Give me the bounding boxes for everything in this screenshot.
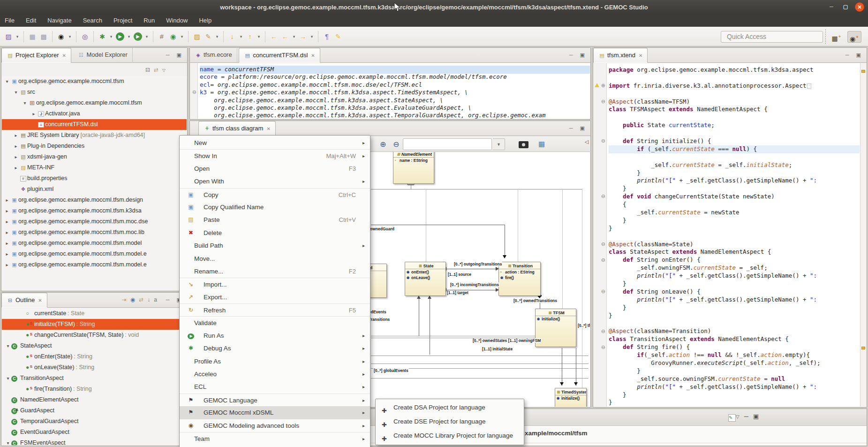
fold-collapse-icon[interactable]: ⊖ <box>601 258 605 263</box>
tree-item[interactable]: build.properties <box>2 173 187 184</box>
outline-item[interactable]: CAGuardAspect <box>2 405 187 416</box>
zoom-level-combo[interactable] <box>403 138 492 150</box>
outline-item[interactable]: currentState : State <box>2 308 187 319</box>
expander-icon[interactable]: ▾ <box>5 341 11 351</box>
tree-item[interactable]: ▾src <box>2 87 187 98</box>
menu-window[interactable]: Window <box>160 15 193 27</box>
expander-icon[interactable]: ▸ <box>4 216 10 227</box>
expander-icon[interactable]: ▾ <box>5 438 11 445</box>
maximize-icon[interactable]: ▣ <box>753 413 763 420</box>
tree-item[interactable]: ▸xdsml-java-gen <box>2 152 187 162</box>
export-image-icon[interactable] <box>519 141 528 148</box>
menu-item-run-as[interactable]: Run As▸ <box>180 329 370 342</box>
fold-collapse-icon[interactable]: ⊖ <box>601 329 605 334</box>
tree-item[interactable]: ▸Activator.java <box>2 108 187 119</box>
minimize-icon[interactable]: ─ <box>744 413 753 420</box>
class-node-timedsystem[interactable]: ▤TimedSystem◉initialize() <box>555 388 587 407</box>
sort-visibility-icon[interactable]: ◉ <box>130 296 139 303</box>
class-node-transition[interactable]: ▤Transition▪action : EString◉fire() <box>498 262 541 296</box>
sort-icon[interactable]: ⇄ <box>139 296 147 303</box>
combo-dropdown-icon[interactable]: ▼ <box>493 138 505 150</box>
outline-item[interactable]: SonEnter(State) : String <box>2 351 187 362</box>
expander-icon[interactable]: ▸ <box>4 238 10 249</box>
expander-icon[interactable]: ▸ <box>30 108 37 119</box>
minimize-button[interactable]: ─ <box>827 2 836 12</box>
editor-minmax-icons[interactable]: ─ ▣ <box>569 52 588 58</box>
tree-item[interactable]: ▸org.eclipse.gemoc.example.moccml.tfsm.m… <box>2 227 187 238</box>
tab-tfsm-class-diagram[interactable]: ⚘tfsm class diagram✕ <box>198 121 276 136</box>
menu-item-open-with[interactable]: Open With▸ <box>180 175 370 188</box>
new-wizard2-icon[interactable]: ✎ <box>203 31 213 42</box>
menu-item-gemoc-modeling-advanced-tools[interactable]: GEMOC Modeling advanced tools▸ <box>180 419 370 432</box>
menu-item-team[interactable]: Team▸ <box>180 432 370 445</box>
tree-item[interactable]: ▾org.eclipse.gemoc.example.moccml.tfsm <box>2 76 187 87</box>
menu-item-ecl[interactable]: ECL▸ <box>180 380 370 393</box>
menu-edit[interactable]: Edit <box>20 15 42 27</box>
next-dropdown-icon[interactable]: ▾ <box>238 31 244 42</box>
outline-item[interactable]: SonLeave(State) : String <box>2 362 187 373</box>
folded-region-icon[interactable] <box>807 83 811 89</box>
menu-item-profile-as[interactable]: Profile As▸ <box>180 355 370 368</box>
new-plugin-icon[interactable]: ◉ <box>168 31 178 42</box>
menu-item-import[interactable]: Import... <box>180 278 370 290</box>
class-node-namedelement[interactable]: ▤NamedElement▪name : EString <box>393 152 434 184</box>
tree-item[interactable]: ▸JRE System Library[oracle-java8-jdk-amd… <box>2 130 187 141</box>
dsl-editor-content[interactable]: ⊖ name = concurrentTFSMecore = platform:… <box>190 63 590 119</box>
expander-icon[interactable]: ▾ <box>13 87 19 98</box>
menu-project[interactable]: Project <box>108 15 138 27</box>
menu-item-refresh[interactable]: RefreshF5 <box>180 303 370 316</box>
tree-item[interactable]: ▸org.eclipse.gemoc.example.moccml.tfsm.m… <box>2 259 187 270</box>
zoom-in-icon[interactable]: ⊕ <box>380 140 386 149</box>
tree-item[interactable]: ▸org.eclipse.gemoc.example.moccml.tfsm.k… <box>2 205 187 216</box>
menu-item-validate[interactable]: Validate <box>180 316 370 329</box>
save-icon[interactable]: ▦ <box>27 31 38 42</box>
expander-icon[interactable]: ▸ <box>4 227 10 238</box>
tree-item[interactable]: ▸Plug-in Dependencies <box>2 141 187 152</box>
expander-icon[interactable]: ▸ <box>13 152 19 162</box>
menu-run[interactable]: Run <box>138 15 160 27</box>
tab-model-explorer[interactable]: ☷Model Explorer <box>73 48 133 63</box>
debug-dropdown-icon[interactable]: ▾ <box>108 31 114 42</box>
submenu-item-create-dse-project-for-language[interactable]: ✚Create DSE Project for language <box>376 415 524 429</box>
menu-item-gemoc-moccml-xdsml[interactable]: GEMOC Moccml xDSML▸ <box>180 406 370 419</box>
fold-collapse-icon[interactable]: ⊖ <box>601 345 605 350</box>
xtend-overview-ruler[interactable] <box>860 63 866 407</box>
fold-collapse-icon[interactable]: ⊖ <box>601 289 605 294</box>
run-dropdown-icon[interactable]: ▾ <box>126 31 132 42</box>
close-icon[interactable]: ✕ <box>38 294 42 308</box>
link-editor-icon[interactable]: ⇄ <box>154 67 162 73</box>
editor-minmax-icons[interactable]: ─ ▣ <box>845 52 864 58</box>
menu-item-copy[interactable]: CopyCtrl+C <box>180 188 370 201</box>
outline-item[interactable]: ▾CTransitionAspect <box>2 373 187 384</box>
outline-item[interactable]: Sfire(Transition) : String <box>2 384 187 394</box>
user-dropdown-icon[interactable]: ▾ <box>67 31 73 42</box>
collapse-all-icon[interactable]: ⊟ <box>145 67 154 73</box>
fold-collapse-icon[interactable]: ⊖ <box>192 90 196 95</box>
back-dropdown-icon[interactable]: ▾ <box>291 31 297 42</box>
close-button[interactable]: ✕ <box>855 2 864 12</box>
expander-icon[interactable]: ▸ <box>4 205 10 216</box>
save-all-icon[interactable]: ▩ <box>38 31 49 42</box>
expander-icon[interactable]: ▾ <box>22 98 28 108</box>
new-wizard-icon[interactable]: ▨ <box>3 31 14 42</box>
outline-item[interactable]: ▾CStateAspect <box>2 341 187 351</box>
class-node-state[interactable]: ▤State◉onEnter()◉onLeave() <box>405 262 446 296</box>
menu-search[interactable]: Search <box>77 15 108 27</box>
outline-item[interactable]: ▾CFSMEventAspect <box>2 438 187 445</box>
annotation-icon[interactable]: ◎ <box>80 31 90 42</box>
menu-item-move[interactable]: Move... <box>180 252 370 265</box>
maximize-button[interactable]: ▢ <box>841 2 850 12</box>
new-java-project-icon[interactable]: # <box>157 31 167 42</box>
layers-icon[interactable]: ▦ <box>538 140 545 148</box>
new-dropdown-icon[interactable]: ▾ <box>15 31 20 42</box>
quick-access-button[interactable]: Quick Access <box>721 31 823 43</box>
zoom-out-icon[interactable]: ⊖ <box>393 140 399 149</box>
tree-item[interactable]: ▸org.eclipse.gemoc.example.moccml.tfsm.m… <box>2 216 187 227</box>
back-icon[interactable]: ← <box>280 31 290 42</box>
xtend-editor-content[interactable]: ⊕⊖⊖⊖⊖⊖⊖⊖⊖ package org.eclipse.gemoc.exam… <box>594 63 866 407</box>
close-icon[interactable]: ✕ <box>62 49 66 63</box>
forward-icon[interactable]: → <box>298 31 308 42</box>
outline-item[interactable]: CEventGuardAspect <box>2 427 187 438</box>
menu-item-open[interactable]: OpenF3 <box>180 162 370 175</box>
submenu-item-create-dsa-project-for-language[interactable]: ✚Create DSA Project for language <box>376 401 524 415</box>
